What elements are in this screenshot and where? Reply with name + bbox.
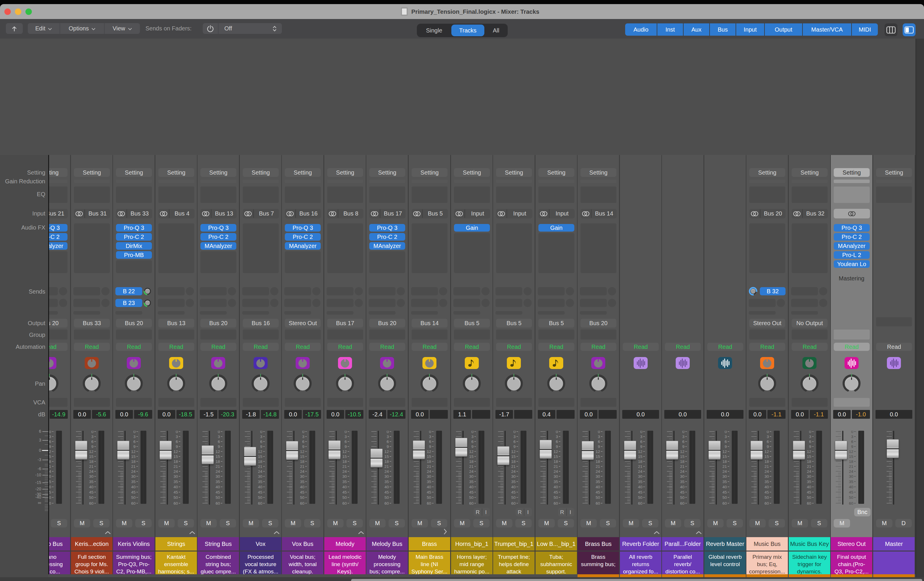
svg-text:12: 12: [638, 449, 642, 454]
svg-text:35: 35: [89, 480, 94, 484]
svg-text:6: 6: [724, 439, 727, 444]
svg-text:6: 6: [556, 439, 558, 444]
svg-text:3: 3: [513, 435, 516, 439]
svg-text:50: 50: [216, 495, 220, 500]
svg-text:30: 30: [258, 474, 262, 478]
svg-text:3: 3: [851, 435, 853, 439]
svg-text:40: 40: [849, 485, 853, 489]
svg-text:12: 12: [764, 449, 769, 454]
svg-text:30: 30: [511, 474, 516, 478]
svg-text:40: 40: [469, 485, 474, 489]
svg-text:30: 30: [342, 474, 347, 478]
svg-text:12: 12: [173, 449, 178, 454]
svg-text:18: 18: [173, 459, 178, 464]
svg-text:45: 45: [384, 490, 389, 495]
svg-text:12: 12: [89, 449, 94, 454]
svg-text:45: 45: [511, 490, 516, 495]
svg-text:15: 15: [427, 454, 431, 459]
svg-text:40: 40: [596, 485, 600, 489]
svg-text:15: 15: [554, 454, 558, 459]
svg-text:35: 35: [131, 480, 135, 484]
svg-text:35: 35: [680, 480, 685, 484]
svg-text:0: 0: [345, 431, 347, 434]
svg-text:15: 15: [216, 454, 220, 459]
svg-text:50: 50: [807, 495, 811, 500]
svg-text:9: 9: [513, 444, 516, 449]
svg-text:35: 35: [554, 480, 558, 484]
svg-text:60: 60: [342, 501, 347, 505]
svg-text:24: 24: [216, 469, 220, 474]
svg-text:40: 40: [638, 485, 642, 489]
svg-text:18: 18: [764, 459, 769, 464]
svg-text:35: 35: [216, 480, 220, 484]
svg-text:40: 40: [216, 485, 220, 489]
svg-text:45: 45: [807, 490, 811, 495]
svg-text:3: 3: [640, 435, 642, 439]
svg-text:35: 35: [807, 480, 811, 484]
svg-text:24: 24: [511, 469, 516, 474]
svg-text:18: 18: [342, 459, 347, 464]
svg-text:0: 0: [682, 431, 685, 434]
svg-text:45: 45: [427, 490, 431, 495]
svg-text:45: 45: [680, 490, 685, 495]
svg-text:3: 3: [176, 435, 178, 439]
svg-text:18: 18: [258, 459, 262, 464]
svg-text:24: 24: [469, 469, 474, 474]
svg-text:45: 45: [342, 490, 347, 495]
svg-text:18: 18: [469, 459, 474, 464]
svg-text:12: 12: [131, 449, 135, 454]
svg-text:21: 21: [173, 464, 178, 469]
svg-text:45: 45: [723, 490, 727, 495]
svg-text:6: 6: [513, 439, 516, 444]
svg-text:45: 45: [300, 490, 304, 495]
svg-text:0: 0: [386, 431, 389, 434]
svg-text:15: 15: [342, 454, 347, 459]
svg-text:12: 12: [680, 449, 685, 454]
svg-text:24: 24: [300, 469, 305, 474]
svg-text:21: 21: [596, 464, 600, 469]
svg-text:24: 24: [680, 469, 685, 474]
svg-text:0: 0: [49, 431, 51, 434]
svg-text:35: 35: [849, 480, 853, 484]
svg-text:30: 30: [216, 474, 220, 478]
svg-text:6: 6: [218, 439, 220, 444]
svg-text:50: 50: [427, 495, 431, 500]
svg-text:0: 0: [724, 431, 727, 434]
svg-text:50: 50: [849, 495, 853, 500]
svg-text:9: 9: [471, 444, 474, 449]
svg-text:18: 18: [680, 459, 685, 464]
svg-text:6: 6: [386, 439, 389, 444]
svg-text:50: 50: [342, 495, 347, 500]
svg-text:21: 21: [680, 464, 685, 469]
svg-text:50: 50: [511, 495, 516, 500]
svg-text:18: 18: [849, 459, 853, 464]
svg-text:50: 50: [258, 495, 262, 500]
svg-text:50: 50: [596, 495, 600, 500]
svg-text:40: 40: [764, 485, 769, 489]
svg-text:45: 45: [216, 490, 220, 495]
svg-text:3: 3: [809, 435, 811, 439]
svg-text:24: 24: [384, 469, 389, 474]
svg-text:0: 0: [851, 431, 853, 434]
svg-text:30: 30: [638, 474, 642, 478]
svg-text:3: 3: [302, 435, 304, 439]
svg-text:40: 40: [554, 485, 558, 489]
svg-text:21: 21: [764, 464, 769, 469]
svg-text:9: 9: [809, 444, 811, 449]
svg-text:30: 30: [849, 474, 853, 478]
svg-text:15: 15: [596, 454, 600, 459]
svg-text:15: 15: [849, 454, 853, 459]
svg-text:3: 3: [345, 435, 347, 439]
svg-text:18: 18: [596, 459, 600, 464]
svg-text:24: 24: [258, 469, 262, 474]
svg-text:0: 0: [471, 431, 474, 434]
svg-text:18: 18: [723, 459, 727, 464]
svg-text:21: 21: [849, 464, 853, 469]
svg-text:18: 18: [131, 459, 135, 464]
svg-text:50: 50: [384, 495, 389, 500]
svg-text:21: 21: [131, 464, 135, 469]
svg-text:45: 45: [638, 490, 642, 495]
svg-text:0: 0: [640, 431, 642, 434]
svg-text:3: 3: [386, 435, 389, 439]
svg-text:9: 9: [556, 444, 558, 449]
